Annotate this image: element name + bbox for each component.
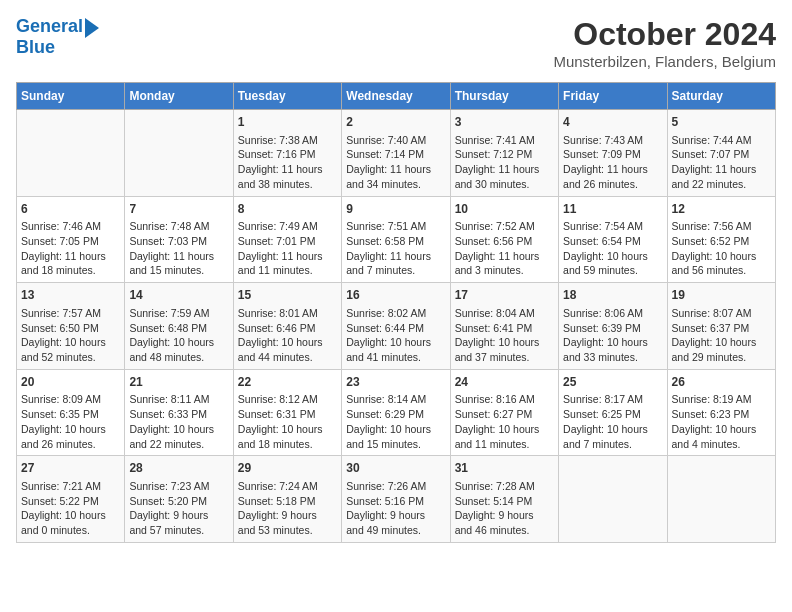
calendar-cell: 31Sunrise: 7:28 AM Sunset: 5:14 PM Dayli…	[450, 456, 558, 543]
day-info: Sunrise: 7:41 AM Sunset: 7:12 PM Dayligh…	[455, 133, 554, 192]
calendar-cell: 5Sunrise: 7:44 AM Sunset: 7:07 PM Daylig…	[667, 110, 775, 197]
calendar-header: SundayMondayTuesdayWednesdayThursdayFrid…	[17, 83, 776, 110]
day-info: Sunrise: 7:44 AM Sunset: 7:07 PM Dayligh…	[672, 133, 771, 192]
day-info: Sunrise: 8:14 AM Sunset: 6:29 PM Dayligh…	[346, 392, 445, 451]
calendar-cell: 19Sunrise: 8:07 AM Sunset: 6:37 PM Dayli…	[667, 283, 775, 370]
day-info: Sunrise: 7:56 AM Sunset: 6:52 PM Dayligh…	[672, 219, 771, 278]
day-number: 20	[21, 374, 120, 391]
day-info: Sunrise: 7:24 AM Sunset: 5:18 PM Dayligh…	[238, 479, 337, 538]
calendar-cell: 25Sunrise: 8:17 AM Sunset: 6:25 PM Dayli…	[559, 369, 667, 456]
day-info: Sunrise: 7:51 AM Sunset: 6:58 PM Dayligh…	[346, 219, 445, 278]
calendar-cell	[667, 456, 775, 543]
day-info: Sunrise: 8:02 AM Sunset: 6:44 PM Dayligh…	[346, 306, 445, 365]
day-number: 19	[672, 287, 771, 304]
calendar-cell: 28Sunrise: 7:23 AM Sunset: 5:20 PM Dayli…	[125, 456, 233, 543]
day-number: 17	[455, 287, 554, 304]
day-number: 9	[346, 201, 445, 218]
day-number: 30	[346, 460, 445, 477]
day-info: Sunrise: 7:23 AM Sunset: 5:20 PM Dayligh…	[129, 479, 228, 538]
day-info: Sunrise: 8:06 AM Sunset: 6:39 PM Dayligh…	[563, 306, 662, 365]
day-info: Sunrise: 8:17 AM Sunset: 6:25 PM Dayligh…	[563, 392, 662, 451]
day-number: 24	[455, 374, 554, 391]
calendar-cell: 26Sunrise: 8:19 AM Sunset: 6:23 PM Dayli…	[667, 369, 775, 456]
calendar-cell: 13Sunrise: 7:57 AM Sunset: 6:50 PM Dayli…	[17, 283, 125, 370]
calendar-table: SundayMondayTuesdayWednesdayThursdayFrid…	[16, 82, 776, 543]
day-info: Sunrise: 8:11 AM Sunset: 6:33 PM Dayligh…	[129, 392, 228, 451]
day-info: Sunrise: 7:21 AM Sunset: 5:22 PM Dayligh…	[21, 479, 120, 538]
logo-arrow-icon	[85, 18, 99, 38]
weekday-header: Saturday	[667, 83, 775, 110]
day-info: Sunrise: 7:52 AM Sunset: 6:56 PM Dayligh…	[455, 219, 554, 278]
day-info: Sunrise: 8:04 AM Sunset: 6:41 PM Dayligh…	[455, 306, 554, 365]
day-number: 11	[563, 201, 662, 218]
day-number: 8	[238, 201, 337, 218]
calendar-cell: 18Sunrise: 8:06 AM Sunset: 6:39 PM Dayli…	[559, 283, 667, 370]
day-number: 3	[455, 114, 554, 131]
calendar-cell: 9Sunrise: 7:51 AM Sunset: 6:58 PM Daylig…	[342, 196, 450, 283]
weekday-header: Sunday	[17, 83, 125, 110]
day-number: 25	[563, 374, 662, 391]
day-number: 26	[672, 374, 771, 391]
day-info: Sunrise: 8:16 AM Sunset: 6:27 PM Dayligh…	[455, 392, 554, 451]
calendar-cell: 1Sunrise: 7:38 AM Sunset: 7:16 PM Daylig…	[233, 110, 341, 197]
logo-blue-text: Blue	[16, 38, 99, 58]
day-info: Sunrise: 8:19 AM Sunset: 6:23 PM Dayligh…	[672, 392, 771, 451]
day-number: 31	[455, 460, 554, 477]
calendar-cell: 27Sunrise: 7:21 AM Sunset: 5:22 PM Dayli…	[17, 456, 125, 543]
day-info: Sunrise: 7:46 AM Sunset: 7:05 PM Dayligh…	[21, 219, 120, 278]
calendar-cell: 24Sunrise: 8:16 AM Sunset: 6:27 PM Dayli…	[450, 369, 558, 456]
calendar-cell: 23Sunrise: 8:14 AM Sunset: 6:29 PM Dayli…	[342, 369, 450, 456]
day-info: Sunrise: 7:38 AM Sunset: 7:16 PM Dayligh…	[238, 133, 337, 192]
day-number: 2	[346, 114, 445, 131]
day-info: Sunrise: 7:59 AM Sunset: 6:48 PM Dayligh…	[129, 306, 228, 365]
day-info: Sunrise: 7:57 AM Sunset: 6:50 PM Dayligh…	[21, 306, 120, 365]
day-info: Sunrise: 8:09 AM Sunset: 6:35 PM Dayligh…	[21, 392, 120, 451]
calendar-cell: 22Sunrise: 8:12 AM Sunset: 6:31 PM Dayli…	[233, 369, 341, 456]
weekday-header: Wednesday	[342, 83, 450, 110]
day-info: Sunrise: 7:40 AM Sunset: 7:14 PM Dayligh…	[346, 133, 445, 192]
calendar-cell: 4Sunrise: 7:43 AM Sunset: 7:09 PM Daylig…	[559, 110, 667, 197]
calendar-title: October 2024	[553, 16, 776, 53]
weekday-header: Thursday	[450, 83, 558, 110]
day-number: 29	[238, 460, 337, 477]
day-number: 22	[238, 374, 337, 391]
calendar-cell: 11Sunrise: 7:54 AM Sunset: 6:54 PM Dayli…	[559, 196, 667, 283]
day-number: 4	[563, 114, 662, 131]
calendar-cell	[17, 110, 125, 197]
day-number: 10	[455, 201, 554, 218]
calendar-cell: 8Sunrise: 7:49 AM Sunset: 7:01 PM Daylig…	[233, 196, 341, 283]
calendar-cell: 12Sunrise: 7:56 AM Sunset: 6:52 PM Dayli…	[667, 196, 775, 283]
calendar-cell: 2Sunrise: 7:40 AM Sunset: 7:14 PM Daylig…	[342, 110, 450, 197]
day-info: Sunrise: 7:48 AM Sunset: 7:03 PM Dayligh…	[129, 219, 228, 278]
day-number: 16	[346, 287, 445, 304]
day-number: 23	[346, 374, 445, 391]
calendar-body: 1Sunrise: 7:38 AM Sunset: 7:16 PM Daylig…	[17, 110, 776, 543]
day-number: 18	[563, 287, 662, 304]
day-number: 27	[21, 460, 120, 477]
day-number: 6	[21, 201, 120, 218]
day-info: Sunrise: 7:28 AM Sunset: 5:14 PM Dayligh…	[455, 479, 554, 538]
calendar-cell	[125, 110, 233, 197]
page-header: General Blue October 2024 Munsterbilzen,…	[16, 16, 776, 70]
day-info: Sunrise: 7:26 AM Sunset: 5:16 PM Dayligh…	[346, 479, 445, 538]
day-info: Sunrise: 8:01 AM Sunset: 6:46 PM Dayligh…	[238, 306, 337, 365]
day-info: Sunrise: 7:54 AM Sunset: 6:54 PM Dayligh…	[563, 219, 662, 278]
calendar-cell: 20Sunrise: 8:09 AM Sunset: 6:35 PM Dayli…	[17, 369, 125, 456]
day-number: 21	[129, 374, 228, 391]
calendar-title-block: October 2024 Munsterbilzen, Flanders, Be…	[553, 16, 776, 70]
weekday-header: Tuesday	[233, 83, 341, 110]
day-info: Sunrise: 8:12 AM Sunset: 6:31 PM Dayligh…	[238, 392, 337, 451]
day-number: 5	[672, 114, 771, 131]
calendar-cell: 16Sunrise: 8:02 AM Sunset: 6:44 PM Dayli…	[342, 283, 450, 370]
calendar-cell: 14Sunrise: 7:59 AM Sunset: 6:48 PM Dayli…	[125, 283, 233, 370]
calendar-cell	[559, 456, 667, 543]
calendar-subtitle: Munsterbilzen, Flanders, Belgium	[553, 53, 776, 70]
calendar-cell: 10Sunrise: 7:52 AM Sunset: 6:56 PM Dayli…	[450, 196, 558, 283]
logo-text: General	[16, 17, 83, 37]
calendar-cell: 30Sunrise: 7:26 AM Sunset: 5:16 PM Dayli…	[342, 456, 450, 543]
calendar-cell: 7Sunrise: 7:48 AM Sunset: 7:03 PM Daylig…	[125, 196, 233, 283]
calendar-cell: 6Sunrise: 7:46 AM Sunset: 7:05 PM Daylig…	[17, 196, 125, 283]
calendar-cell: 21Sunrise: 8:11 AM Sunset: 6:33 PM Dayli…	[125, 369, 233, 456]
day-info: Sunrise: 7:43 AM Sunset: 7:09 PM Dayligh…	[563, 133, 662, 192]
weekday-header: Monday	[125, 83, 233, 110]
